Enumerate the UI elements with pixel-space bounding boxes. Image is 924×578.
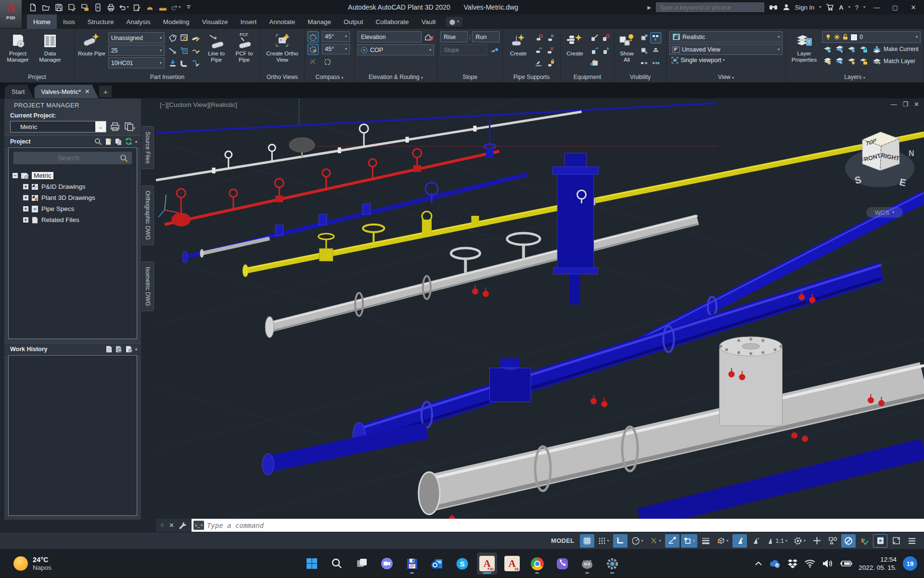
pipe-drop-button[interactable] <box>167 57 178 68</box>
visual-style-dropdown[interactable]: Realistic▾ <box>669 31 783 42</box>
sign-in-button[interactable]: Sign In <box>795 4 814 11</box>
autodesk-app-icon[interactable]: A <box>839 4 843 11</box>
task-view-button[interactable] <box>352 552 372 575</box>
tree-node-pid-drawings[interactable]: + P&ID Drawings <box>11 181 135 192</box>
print-project-icon[interactable] <box>109 121 121 132</box>
work-history-section-header[interactable]: Work History ▴ <box>4 343 141 355</box>
layer-unlock-button[interactable] <box>858 56 869 67</box>
object-snap-tracking-button[interactable] <box>665 534 680 548</box>
annotation-scale-button[interactable]: 1:1▾ <box>764 534 790 548</box>
named-view-dropdown[interactable]: Unsaved View▾ <box>669 44 783 55</box>
drawing-viewport[interactable]: [−][Custom View][Realistic] — ❐ ✕ S E N … <box>156 98 924 532</box>
layer-thaw-button[interactable] <box>846 56 857 67</box>
gimp-button[interactable] <box>577 552 597 575</box>
onedrive-icon[interactable] <box>769 559 781 568</box>
panel-label-layers[interactable]: Layers ▾ <box>786 73 924 82</box>
pcf-to-pipe-button[interactable]: PCF PCF to Pipe <box>231 31 257 64</box>
copy-drawing-icon[interactable] <box>115 138 122 145</box>
support-base-button[interactable] <box>533 57 544 68</box>
viewport-view-menu[interactable]: [Custom View] <box>167 101 209 108</box>
work-history-report-icon[interactable] <box>105 345 113 353</box>
start-button[interactable] <box>302 552 322 575</box>
workspace-switching-button[interactable]: ▾ <box>791 534 808 548</box>
make-current-button[interactable]: Make Current <box>870 44 921 55</box>
project-manager-button[interactable]: Project Manager <box>3 31 33 64</box>
tree-node-metric[interactable]: − Metric <box>11 170 135 181</box>
create-equipment-button[interactable]: Create <box>564 31 586 57</box>
sign-in-caret-icon[interactable]: ▾ <box>819 5 821 9</box>
convert-to-equipment-button[interactable] <box>589 57 600 68</box>
skype-button[interactable]: S <box>452 552 472 575</box>
command-prompt-icon[interactable]: >_▾ <box>193 521 204 530</box>
search-icon[interactable] <box>120 154 128 162</box>
collapse-node-icon[interactable]: − <box>13 173 18 178</box>
copy-project-icon[interactable] <box>124 121 136 132</box>
insert-component-list-button[interactable] <box>179 45 190 56</box>
create-ortho-view-button[interactable]: Create Ortho View <box>264 31 301 64</box>
annotation-visibility-button[interactable] <box>732 534 747 548</box>
viber-button[interactable] <box>552 552 572 575</box>
layer-on-button[interactable] <box>822 56 833 67</box>
viewport-restore-icon[interactable]: ❐ <box>902 101 908 108</box>
dropbox-icon[interactable] <box>787 559 798 568</box>
refresh-project-icon[interactable] <box>125 137 133 145</box>
weld-check-button[interactable] <box>190 57 201 68</box>
side-tab-isometric-dwg[interactable]: Isometric DWG <box>141 262 154 311</box>
slope-input[interactable]: Slope <box>440 44 487 55</box>
volume-icon[interactable] <box>822 559 834 568</box>
tab-manage[interactable]: Manage <box>301 14 337 29</box>
autocad-button[interactable]: ASE <box>502 552 522 575</box>
chrome-button[interactable] <box>527 552 547 575</box>
tree-node-pipe-specs[interactable]: + Pipe Specs <box>11 203 135 214</box>
save-as-button[interactable] <box>66 1 77 13</box>
tab-drawing-valves-metric[interactable]: Valves-Metric* ✕ <box>34 85 98 98</box>
tab-analysis[interactable]: Analysis <box>120 14 157 29</box>
run-input[interactable]: Run <box>472 31 500 42</box>
notification-count-badge[interactable]: 19 <box>903 556 917 571</box>
save-to-web-mobile-button[interactable] <box>92 1 103 13</box>
expand-node-icon[interactable]: + <box>23 217 28 223</box>
tab-start[interactable]: Start <box>5 85 33 98</box>
spec-viewer-button[interactable] <box>179 32 190 43</box>
equipment-modify-button[interactable] <box>589 32 600 43</box>
expand-node-icon[interactable]: + <box>23 195 28 200</box>
routing-reference-dropdown[interactable]: COP▾ <box>358 44 434 55</box>
compass-toggle-button[interactable] <box>308 31 319 42</box>
tab-insert[interactable]: Insert <box>234 14 263 29</box>
tab-visualize[interactable]: Visualize <box>196 14 234 29</box>
tree-node-related-files[interactable]: + Related Files <box>11 214 135 225</box>
layer-unisolate-button[interactable] <box>834 56 845 67</box>
settings-button[interactable] <box>602 552 622 575</box>
autodesk-app-caret-icon[interactable]: ▾ <box>848 5 850 9</box>
data-manager-button[interactable]: Data Manager <box>35 31 65 64</box>
viewcube[interactable]: S E N TOP FRONT RIGHT <box>843 122 916 204</box>
search-icon[interactable] <box>769 4 778 11</box>
support-attach-button[interactable] <box>533 32 544 43</box>
support-detach-button[interactable] <box>545 32 556 43</box>
support-edit-button[interactable] <box>533 45 544 56</box>
elevation-input[interactable]: Elevation <box>358 31 422 42</box>
viewport-menu[interactable]: [−] <box>160 101 167 108</box>
new-file-button[interactable] <box>27 1 38 13</box>
collapse-work-history-icon[interactable]: ▴ <box>135 347 137 351</box>
hide-selected-button[interactable] <box>639 32 650 43</box>
layer-freeze-button[interactable] <box>846 44 857 55</box>
autocad-plant3d-button[interactable]: AP3D <box>477 552 497 575</box>
tab-home[interactable]: Home <box>27 14 57 29</box>
viewport-minimize-icon[interactable]: — <box>890 101 897 108</box>
rise-input[interactable]: Rise <box>440 31 468 42</box>
tab-structure[interactable]: Structure <box>81 14 120 29</box>
grid-display-button[interactable] <box>580 534 594 548</box>
layer-lock-button[interactable] <box>858 44 869 55</box>
wifi-icon[interactable] <box>804 559 816 568</box>
tab-annotate[interactable]: Annotate <box>263 14 301 29</box>
panel-label-view[interactable]: View ▾ <box>667 73 785 82</box>
slope-direction-icon[interactable] <box>488 44 500 55</box>
new-drawing-tab-button[interactable]: + <box>99 86 112 97</box>
support-lock-button[interactable] <box>545 57 556 68</box>
project-search-icon[interactable] <box>94 138 102 145</box>
help-caret-icon[interactable]: ▾ <box>863 5 865 9</box>
open-file-button[interactable] <box>40 1 51 13</box>
current-project-select[interactable]: Metric ⌄ <box>10 121 106 132</box>
tab-collaborate[interactable]: Collaborate <box>370 14 415 29</box>
